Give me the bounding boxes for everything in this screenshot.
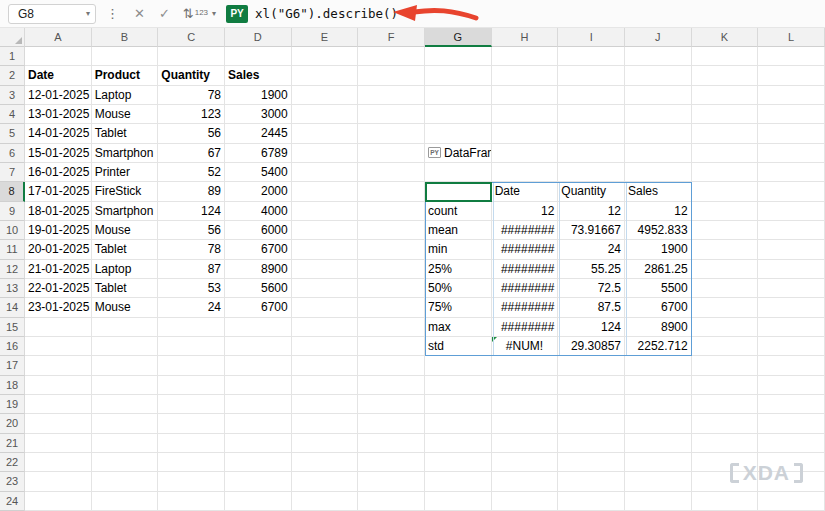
cell-E11[interactable]	[292, 240, 359, 259]
column-header-L[interactable]: L	[758, 28, 825, 47]
cell-I20[interactable]	[558, 414, 625, 433]
cell-E6[interactable]	[292, 144, 359, 163]
cell-A23[interactable]	[25, 472, 92, 491]
cell-B8[interactable]: FireStick	[92, 182, 159, 201]
cell-L10[interactable]	[758, 221, 825, 240]
cell-A8[interactable]: 17-01-2025	[25, 182, 92, 201]
cell-H1[interactable]	[492, 47, 559, 66]
cell-C22[interactable]	[158, 453, 225, 472]
cell-C18[interactable]	[158, 376, 225, 395]
cell-A10[interactable]: 19-01-2025	[25, 221, 92, 240]
cell-L12[interactable]	[758, 260, 825, 279]
cell-F14[interactable]	[358, 298, 425, 317]
column-header-C[interactable]: C	[158, 28, 225, 47]
cell-E21[interactable]	[292, 434, 359, 453]
cell-F5[interactable]	[358, 124, 425, 143]
cell-H15[interactable]: ########	[492, 318, 559, 337]
cell-E10[interactable]	[292, 221, 359, 240]
cell-J24[interactable]	[625, 492, 692, 511]
cell-D5[interactable]: 2445	[225, 124, 292, 143]
cell-K3[interactable]	[692, 86, 759, 105]
cell-I15[interactable]: 124	[558, 318, 625, 337]
cell-F21[interactable]	[358, 434, 425, 453]
cell-I3[interactable]	[558, 86, 625, 105]
cell-K5[interactable]	[692, 124, 759, 143]
cell-A4[interactable]: 13-01-2025	[25, 105, 92, 124]
cell-A17[interactable]	[25, 356, 92, 375]
cell-B21[interactable]	[92, 434, 159, 453]
cell-K9[interactable]	[692, 202, 759, 221]
cell-I19[interactable]	[558, 395, 625, 414]
cell-H23[interactable]	[492, 472, 559, 491]
cell-J19[interactable]	[625, 395, 692, 414]
cell-K20[interactable]	[692, 414, 759, 433]
cell-A1[interactable]	[25, 47, 92, 66]
row-header-19[interactable]: 19	[0, 395, 25, 414]
cancel-icon[interactable]: ✕	[134, 7, 145, 20]
cell-D14[interactable]: 6700	[225, 298, 292, 317]
column-header-G[interactable]: G	[425, 28, 492, 47]
cell-G7[interactable]	[425, 163, 492, 182]
cell-L22[interactable]	[758, 453, 825, 472]
select-all-button[interactable]	[0, 28, 25, 47]
cell-B22[interactable]	[92, 453, 159, 472]
cell-B16[interactable]	[92, 337, 159, 356]
cell-J15[interactable]: 8900	[625, 318, 692, 337]
cell-F15[interactable]	[358, 318, 425, 337]
cell-D6[interactable]: 6789	[225, 144, 292, 163]
cell-I24[interactable]	[558, 492, 625, 511]
cell-I6[interactable]	[558, 144, 625, 163]
cell-B9[interactable]: Smartphon	[92, 202, 159, 221]
cell-E23[interactable]	[292, 472, 359, 491]
cell-H8[interactable]: Date	[492, 182, 559, 201]
cell-K23[interactable]	[692, 472, 759, 491]
cell-K14[interactable]	[692, 298, 759, 317]
cell-H5[interactable]	[492, 124, 559, 143]
cell-L2[interactable]	[758, 66, 825, 85]
cell-K12[interactable]	[692, 260, 759, 279]
output-type-chevron-icon[interactable]: ▾	[212, 9, 216, 18]
cell-G20[interactable]	[425, 414, 492, 433]
cell-K8[interactable]	[692, 182, 759, 201]
cell-E22[interactable]	[292, 453, 359, 472]
cell-F24[interactable]	[358, 492, 425, 511]
cell-C4[interactable]: 123	[158, 105, 225, 124]
cell-H2[interactable]	[492, 66, 559, 85]
cell-G6[interactable]: PYDataFrame	[425, 144, 492, 163]
cell-A24[interactable]	[25, 492, 92, 511]
cell-D10[interactable]: 6000	[225, 221, 292, 240]
cell-C15[interactable]	[158, 318, 225, 337]
cell-B23[interactable]	[92, 472, 159, 491]
formula-input[interactable]: xl("G6").describe()	[255, 6, 398, 21]
cell-C7[interactable]: 52	[158, 163, 225, 182]
cell-B1[interactable]	[92, 47, 159, 66]
cell-G12[interactable]: 25%	[425, 260, 492, 279]
cell-B10[interactable]: Mouse	[92, 221, 159, 240]
cell-H10[interactable]: ########	[492, 221, 559, 240]
cell-G22[interactable]	[425, 453, 492, 472]
cell-E19[interactable]	[292, 395, 359, 414]
cell-C8[interactable]: 89	[158, 182, 225, 201]
cell-C1[interactable]	[158, 47, 225, 66]
cell-G13[interactable]: 50%	[425, 279, 492, 298]
row-header-2[interactable]: 2	[0, 66, 25, 85]
column-header-B[interactable]: B	[92, 28, 159, 47]
cell-L20[interactable]	[758, 414, 825, 433]
cell-H21[interactable]	[492, 434, 559, 453]
cell-C24[interactable]	[158, 492, 225, 511]
cell-K6[interactable]	[692, 144, 759, 163]
cell-H20[interactable]	[492, 414, 559, 433]
cell-J10[interactable]: 4952.833	[625, 221, 692, 240]
cell-E12[interactable]	[292, 260, 359, 279]
cell-L15[interactable]	[758, 318, 825, 337]
cell-H6[interactable]	[492, 144, 559, 163]
cell-J12[interactable]: 2861.25	[625, 260, 692, 279]
row-header-20[interactable]: 20	[0, 414, 25, 433]
cell-K2[interactable]	[692, 66, 759, 85]
cell-F16[interactable]	[358, 337, 425, 356]
cell-H12[interactable]: ########	[492, 260, 559, 279]
cell-D23[interactable]	[225, 472, 292, 491]
cell-K1[interactable]	[692, 47, 759, 66]
cell-L16[interactable]	[758, 337, 825, 356]
cell-C20[interactable]	[158, 414, 225, 433]
